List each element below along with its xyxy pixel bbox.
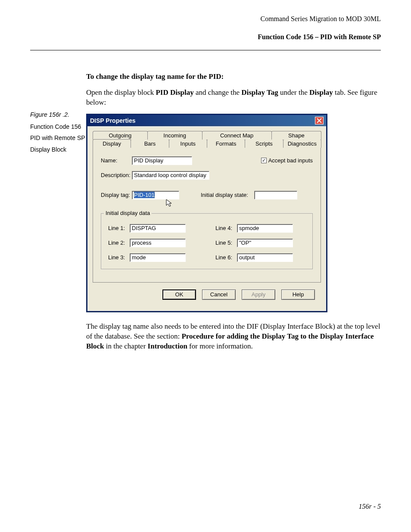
line4-label: Line 4: xyxy=(215,225,237,231)
accept-bad-inputs-label: Accept bad inputs xyxy=(268,157,313,164)
initial-display-state-input[interactable] xyxy=(254,191,297,199)
close-icon xyxy=(317,118,322,123)
tab-outgoing[interactable]: Outgoing xyxy=(93,131,148,140)
tab-inputs[interactable]: Inputs xyxy=(169,139,207,148)
after-paragraph: The display tag name also needs to be en… xyxy=(86,322,381,352)
doc-header-line2: Function Code 156 – PID with Remote SP xyxy=(30,32,381,42)
page-footer: 156r - 5 xyxy=(358,503,381,510)
line3-input[interactable] xyxy=(130,253,186,262)
apply-button[interactable]: Apply xyxy=(242,289,275,300)
name-label: Name: xyxy=(101,157,132,164)
line6-input[interactable] xyxy=(237,253,293,262)
tab-connect-map[interactable]: Connect Map xyxy=(202,131,272,140)
display-tag-input[interactable]: PID-101 xyxy=(134,192,155,198)
doc-header-line1: Command Series Migration to MOD 30ML xyxy=(30,14,381,24)
line2-input[interactable] xyxy=(130,239,186,247)
figure-number: Figure 156r .2. xyxy=(30,111,86,118)
cancel-button[interactable]: Cancel xyxy=(202,289,236,300)
line1-label: Line 1: xyxy=(108,225,130,231)
dialog-titlebar[interactable]: DISP Properties xyxy=(87,115,326,126)
line2-label: Line 2: xyxy=(108,240,130,246)
figure-caption-3: Display Block xyxy=(30,146,86,153)
tab-shape[interactable]: Shape xyxy=(271,131,321,140)
accept-bad-inputs-checkbox[interactable]: ✓ xyxy=(261,158,267,163)
line4-input[interactable] xyxy=(237,224,293,233)
tab-incoming[interactable]: Incoming xyxy=(147,131,202,140)
tab-formats[interactable]: Formats xyxy=(207,139,245,148)
help-button[interactable]: Help xyxy=(281,289,315,300)
line6-label: Line 6: xyxy=(215,254,237,261)
initial-display-data-legend: Initial display data xyxy=(104,210,152,216)
figure-caption-1: Function Code 156 xyxy=(30,123,86,131)
close-button[interactable] xyxy=(315,117,324,124)
line5-input[interactable] xyxy=(237,239,293,247)
figure-caption-2: PID with Remote SP xyxy=(30,134,86,142)
line5-label: Line 5: xyxy=(215,240,237,246)
initial-display-state-label: Initial display state: xyxy=(201,192,248,198)
name-input[interactable] xyxy=(132,156,192,165)
intro-heading: To change the display tag name for the P… xyxy=(86,72,224,81)
tab-display[interactable]: Display xyxy=(93,139,131,148)
line1-input[interactable] xyxy=(130,224,186,233)
line3-label: Line 3: xyxy=(108,254,130,261)
disp-properties-dialog: DISP Properties Outgoing Incoming Connec… xyxy=(86,114,327,312)
tab-bars[interactable]: Bars xyxy=(131,139,169,148)
header-rule xyxy=(30,50,381,50)
tab-diagnostics[interactable]: Diagnostics xyxy=(283,139,321,148)
description-input[interactable] xyxy=(132,171,209,180)
ok-button[interactable]: OK xyxy=(162,289,196,300)
display-tag-label: Display tag: xyxy=(101,192,132,198)
tab-scripts[interactable]: Scripts xyxy=(245,139,283,148)
dialog-title: DISP Properties xyxy=(90,117,136,124)
description-label: Description: xyxy=(101,172,132,178)
cursor-icon xyxy=(165,199,174,208)
initial-display-data-group: Initial display data Line 1: Line 2: Lin… xyxy=(101,213,313,269)
intro-paragraph: Open the display block PID Display and c… xyxy=(86,88,381,108)
